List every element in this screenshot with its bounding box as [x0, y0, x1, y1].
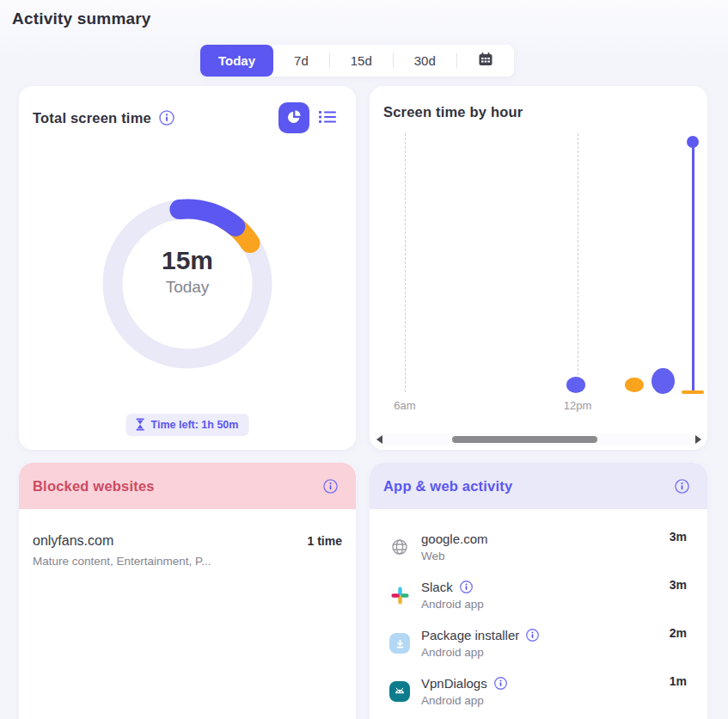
tab-today-label: Today [218, 53, 255, 68]
app-type: Web [421, 550, 488, 562]
gridline-6am [405, 133, 406, 392]
app-duration: 2m [670, 624, 687, 640]
lollipop-line-4pm[interactable] [692, 142, 695, 392]
x-tick-12pm: 12pm [556, 399, 599, 412]
page-title: Activity summary [12, 9, 151, 28]
blocked-website-row: onlyfans.com 1 time Mature content, Ente… [33, 533, 342, 568]
x-tick-6am: 6am [383, 399, 426, 412]
bubble-2pm-web[interactable] [625, 378, 644, 392]
tab-7d[interactable]: 7d [273, 53, 329, 68]
slack-icon [388, 584, 411, 606]
scrollbar-thumb[interactable] [452, 436, 597, 443]
list-icon [319, 110, 336, 126]
app-row-package-installer[interactable]: Package installer Android app 2m [388, 624, 687, 662]
lollipop-orange-base [682, 390, 704, 394]
info-icon[interactable] [158, 109, 175, 126]
globe-icon [388, 536, 411, 558]
app-duration: 1m [670, 673, 687, 688]
scrollbar-left-arrow-icon[interactable] [374, 434, 384, 445]
android-icon [388, 680, 411, 703]
info-icon[interactable] [674, 478, 690, 495]
app-name: Package installer [421, 628, 519, 642]
donut-segment-apps [180, 209, 236, 226]
time-left-badge-label: Time left: 1h 50m [151, 419, 239, 431]
screen-time-donut-chart: 15m Today [93, 189, 282, 378]
total-screen-time-card: Total screen time 15m Today [19, 86, 356, 450]
app-web-activity-title: App & web activity [383, 478, 512, 495]
info-icon[interactable] [322, 478, 339, 495]
app-name: google.com [421, 532, 488, 546]
app-web-activity-card: App & web activity google.com Web 3m Sla… [370, 463, 707, 719]
app-type: Android app [421, 646, 540, 659]
blocked-domain: onlyfans.com [33, 533, 113, 549]
app-type: Android app [421, 598, 484, 611]
lollipop-dot-4pm[interactable] [687, 136, 699, 148]
tab-today[interactable]: Today [200, 45, 273, 77]
app-row-google[interactable]: google.com Web 3m [388, 528, 687, 566]
chart-horizontal-scrollbar [374, 433, 703, 446]
blocked-websites-title: Blocked websites [33, 478, 155, 495]
scrollbar-right-arrow-icon[interactable] [693, 434, 703, 445]
pie-chart-icon [286, 109, 302, 127]
tab-custom-date[interactable] [457, 52, 514, 71]
app-row-slack[interactable]: Slack Android app 3m [388, 576, 687, 614]
calendar-icon [478, 52, 493, 71]
app-duration: 3m [670, 576, 687, 592]
tab-15d[interactable]: 15d [330, 53, 393, 68]
info-icon[interactable] [525, 628, 540, 642]
app-name: VpnDialogs [421, 676, 487, 691]
total-screen-time-title: Total screen time [33, 110, 151, 126]
blocked-count: 1 time [308, 534, 342, 548]
blocked-websites-card: Blocked websites onlyfans.com 1 time Mat… [19, 463, 356, 719]
donut-center-value: 15m [93, 246, 282, 275]
scrollbar-track[interactable] [384, 433, 693, 446]
package-installer-icon [388, 632, 411, 654]
app-name: Slack [421, 580, 453, 594]
gridline-12pm [578, 133, 578, 392]
app-duration: 3m [670, 528, 687, 544]
blocked-categories: Mature content, Entertainment, P... [33, 555, 342, 568]
time-left-badge: Time left: 1h 50m [126, 414, 249, 436]
list-view-toggle-button[interactable] [315, 102, 340, 133]
bubble-3pm-apps[interactable] [652, 368, 675, 394]
date-range-tabbar: Today 7d 15d 30d [200, 45, 514, 77]
app-type: Android app [421, 694, 508, 707]
info-icon[interactable] [493, 676, 508, 691]
screen-time-by-hour-title: Screen time by hour [383, 104, 523, 120]
donut-view-toggle-button[interactable] [278, 102, 309, 133]
app-row-vpndialogs[interactable]: VpnDialogs Android app 1m [388, 673, 687, 710]
donut-center-label: Today [93, 278, 282, 297]
hourglass-icon [135, 418, 146, 431]
bubble-12pm-apps[interactable] [566, 377, 585, 393]
info-icon[interactable] [459, 580, 474, 594]
screen-time-by-hour-card: Screen time by hour 6am 12pm [370, 86, 707, 450]
tab-30d[interactable]: 30d [394, 53, 456, 68]
